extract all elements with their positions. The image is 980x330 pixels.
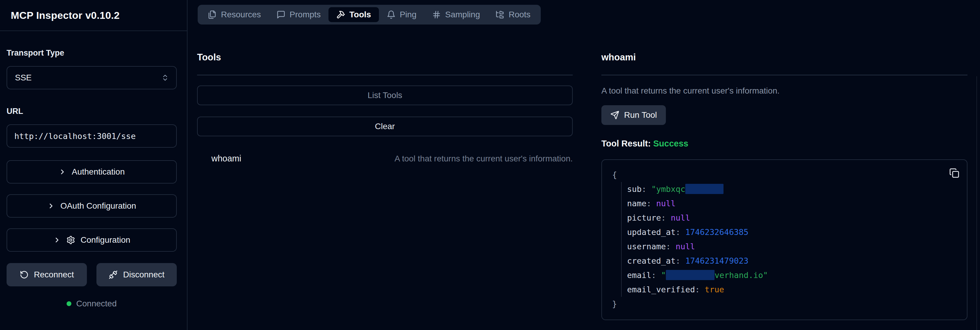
tab-bar-wrap: Resources Prompts Tools — [188, 0, 980, 24]
app-title: MCP Inspector v0.10.2 — [11, 10, 120, 21]
tool-result-line: Tool Result: Success — [601, 139, 967, 148]
code-segment-number: 1746231479023 — [685, 256, 748, 265]
run-tool-button[interactable]: Run Tool — [601, 105, 666, 125]
code-segment-key: email — [627, 271, 651, 280]
tool-detail-pane: whoami A tool that returns the current u… — [587, 24, 980, 330]
chevrons-up-down-icon — [161, 74, 169, 81]
code-segment-key: email_verified — [627, 285, 695, 294]
code-line: email_verified: true — [621, 282, 961, 297]
code-line: name: null — [621, 196, 961, 211]
reconnect-label: Reconnect — [34, 270, 74, 279]
code-line: sub: "ymbxqc — [621, 182, 961, 196]
chevron-right-icon — [47, 202, 55, 210]
send-icon — [610, 111, 619, 120]
redacted-value — [666, 270, 714, 280]
tab-sampling[interactable]: Sampling — [424, 7, 488, 22]
code-segment-string: "ymbxqc — [651, 185, 685, 194]
code-segment-string: " — [661, 271, 666, 280]
connection-actions: Reconnect Disconnect — [6, 263, 177, 286]
sidebar: MCP Inspector v0.10.2 Transport Type SSE… — [0, 0, 188, 330]
copy-icon — [949, 168, 959, 178]
code-segment-key: sub — [627, 185, 642, 194]
unplug-icon — [109, 270, 118, 279]
result-json-block: {sub: "ymbxqcname: nullpicture: nullupda… — [601, 159, 967, 320]
tab-roots-label: Roots — [509, 10, 530, 19]
detail-description: A tool that returns the current user's i… — [601, 86, 967, 96]
message-square-icon — [277, 10, 285, 19]
code-line: updated_at: 1746232646385 — [621, 225, 961, 239]
oauth-configuration-label: OAuth Configuration — [60, 201, 136, 211]
code-segment-punct: : — [666, 242, 676, 251]
tools-list-pane: Tools List Tools Clear whoami A tool tha… — [188, 24, 587, 330]
code-segment-punct: : — [661, 213, 671, 222]
app-root: MCP Inspector v0.10.2 Transport Type SSE… — [0, 0, 980, 330]
chevron-right-icon — [59, 168, 66, 176]
tool-result-label: Tool Result: — [601, 139, 651, 148]
tools-pane-heading: Tools — [197, 52, 573, 63]
status-text: Connected — [76, 299, 116, 308]
bell-icon — [387, 10, 396, 19]
transport-select[interactable]: SSE — [6, 66, 177, 89]
chevron-right-icon — [53, 236, 61, 244]
oauth-configuration-toggle[interactable]: OAuth Configuration — [6, 194, 177, 218]
code-line: { — [612, 168, 961, 182]
code-segment-string: verhand.io" — [714, 271, 768, 280]
disconnect-label: Disconnect — [123, 270, 164, 279]
tool-list-item-whoami[interactable]: whoami A tool that returns the current u… — [197, 152, 573, 165]
reconnect-button[interactable]: Reconnect — [6, 263, 87, 286]
code-segment-null: null — [676, 242, 695, 251]
transport-type-label: Transport Type — [6, 48, 177, 58]
code-segment-number: 1746232646385 — [685, 228, 748, 237]
files-icon — [208, 10, 217, 19]
hammer-icon — [336, 10, 345, 19]
tools-pane-divider — [197, 75, 573, 75]
connection-status: Connected — [6, 299, 177, 308]
run-tool-label: Run Tool — [624, 110, 657, 120]
code-segment-key: updated_at — [627, 228, 676, 237]
folder-tree-icon — [495, 10, 504, 19]
rotate-ccw-icon — [20, 270, 29, 279]
code-segment-punct: : — [676, 228, 686, 237]
code-segment-punct: : — [642, 185, 652, 194]
gear-icon — [66, 236, 75, 244]
code-segment-punct: : — [676, 256, 686, 265]
content-columns: Tools List Tools Clear whoami A tool tha… — [188, 24, 980, 330]
main-area: Resources Prompts Tools — [188, 0, 980, 330]
code-line: picture: null — [621, 211, 961, 225]
hash-icon — [432, 10, 441, 19]
list-tools-button[interactable]: List Tools — [197, 86, 573, 105]
code-segment-punct: } — [612, 299, 617, 308]
configuration-label: Configuration — [81, 235, 130, 245]
disconnect-button[interactable]: Disconnect — [97, 263, 177, 286]
tool-name: whoami — [212, 154, 241, 164]
tab-tools-label: Tools — [349, 10, 371, 19]
code-segment-punct: { — [612, 170, 617, 179]
sidebar-header: MCP Inspector v0.10.2 — [0, 0, 187, 31]
code-segment-punct: : — [646, 199, 656, 208]
code-segment-key: name — [627, 199, 646, 208]
transport-select-value: SSE — [15, 73, 32, 83]
code-segment-key: created_at — [627, 256, 676, 265]
code-segment-punct: : — [695, 285, 705, 294]
tab-tools[interactable]: Tools — [328, 7, 379, 22]
tab-ping[interactable]: Ping — [379, 7, 424, 22]
code-line: email: "verhand.io" — [621, 268, 961, 282]
code-segment-key: username — [627, 242, 666, 251]
authentication-label: Authentication — [72, 167, 124, 177]
tool-result-status: Success — [653, 139, 688, 148]
redacted-value — [685, 184, 724, 194]
scroll-edge-line — [977, 76, 977, 330]
tab-bar: Resources Prompts Tools — [198, 5, 541, 24]
url-input[interactable] — [6, 124, 177, 148]
tab-resources[interactable]: Resources — [200, 7, 269, 22]
code-segment-punct: : — [651, 271, 661, 280]
code-segment-key: picture — [627, 213, 661, 222]
status-dot — [67, 301, 72, 306]
copy-button[interactable] — [948, 166, 961, 180]
authentication-toggle[interactable]: Authentication — [6, 160, 177, 183]
detail-pane-heading: whoami — [601, 52, 967, 63]
tab-prompts[interactable]: Prompts — [269, 7, 328, 22]
tab-roots[interactable]: Roots — [488, 7, 538, 22]
clear-button[interactable]: Clear — [197, 116, 573, 136]
configuration-toggle[interactable]: Configuration — [6, 228, 177, 252]
